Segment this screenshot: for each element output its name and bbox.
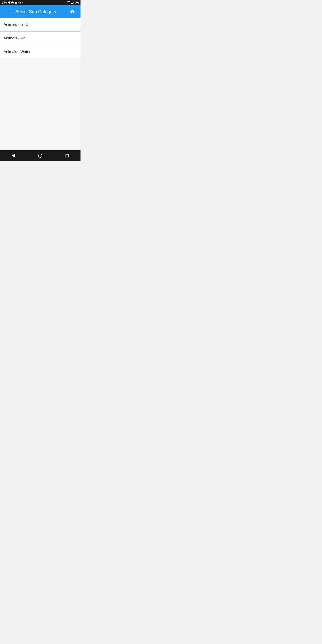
status-time: 9:54 [2, 1, 7, 4]
status-dot [22, 2, 22, 3]
svg-rect-6 [71, 3, 72, 4]
list-item[interactable]: Animals - Air [0, 32, 80, 45]
svg-point-4 [20, 2, 20, 3]
svg-rect-8 [73, 2, 74, 4]
nav-home-icon [38, 154, 42, 158]
svg-rect-7 [72, 3, 73, 4]
nav-back-button[interactable] [8, 150, 19, 161]
list-item[interactable]: Animals - land [0, 18, 80, 32]
home-icon [70, 9, 75, 14]
page-title: Select Sub Category [4, 9, 68, 14]
svg-rect-9 [74, 1, 74, 4]
home-button[interactable] [68, 7, 77, 16]
onstar-icon [11, 1, 14, 4]
signal-icon [71, 1, 74, 4]
assistant-icon [18, 2, 21, 4]
nav-home-button[interactable] [35, 150, 46, 161]
empty-content [0, 59, 80, 161]
gmail-icon [15, 2, 18, 4]
nav-recents-icon [66, 154, 69, 158]
status-left: 9:54 [2, 1, 22, 4]
list-item[interactable]: Animals - Water [0, 45, 80, 59]
app-bar: ← Select Sub Category [0, 5, 80, 18]
status-bar: 9:54 [0, 0, 80, 5]
battery-icon [75, 2, 79, 4]
nav-back-icon [12, 154, 15, 158]
location-icon [8, 1, 10, 4]
svg-point-5 [20, 2, 20, 3]
svg-point-3 [19, 2, 20, 3]
subcategory-list: Animals - land Animals - Air Animals - W… [0, 18, 80, 59]
wifi-icon [67, 1, 71, 4]
svg-point-1 [12, 2, 13, 3]
nav-recents-button[interactable] [62, 150, 72, 161]
status-right [67, 1, 79, 4]
bottom-nav [0, 150, 80, 161]
